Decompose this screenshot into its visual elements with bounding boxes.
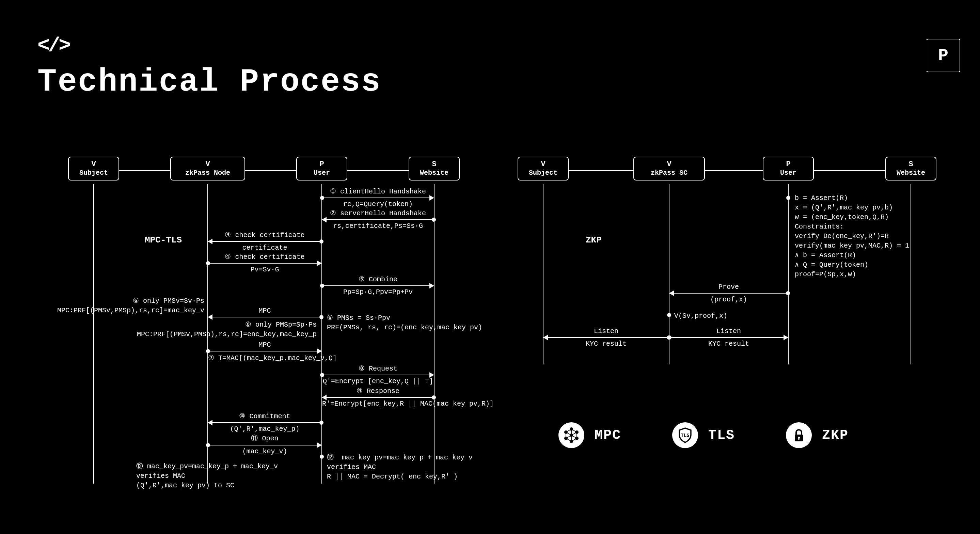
brand-logo: P <box>927 39 959 72</box>
pill-zkp: ZKP <box>786 422 849 448</box>
mpc-icon <box>558 422 584 448</box>
note-verify-user: ⑫ mac_key_pv=mac_key_p + mac_key_v verif… <box>327 453 473 481</box>
msg-label: ④ check certificate <box>208 252 321 261</box>
actor-zkpass-sc: V zkPass SC <box>633 157 705 180</box>
msg-sub: KYC result <box>670 340 788 348</box>
msg-mpc-2: MPC ⑦ T=MAC[(mac_key_p,mac_key_v,Q] <box>208 351 321 351</box>
msg-sub: KYC result <box>544 340 669 348</box>
actor-user: P User <box>296 157 347 180</box>
svg-line-14 <box>571 432 577 435</box>
msg-label: ⑩ Commitment <box>208 412 321 420</box>
note-verify-node: ⑫ mac_key_pv=mac_key_p + mac_key_v verif… <box>136 462 278 490</box>
msg-sub: R'=Encrypt[enc_key,R || MAC(mac_key_pv,R… <box>322 400 434 408</box>
svg-line-15 <box>571 435 577 438</box>
actor-role: V <box>541 160 545 169</box>
code-icon: </> <box>37 34 381 57</box>
svg-text:TLS: TLS <box>681 432 689 438</box>
brand-logo-letter: P <box>938 46 948 65</box>
svg-line-17 <box>566 435 571 438</box>
msg-server-hello: ② serverHello Handshake rs,certificate,P… <box>322 219 434 220</box>
actor-name: User <box>297 169 347 177</box>
actor-subject: V Subject <box>68 157 119 180</box>
section-label-zkp: ZKP <box>586 235 602 245</box>
msg-commitment: ⑩ Commitment (Q',R',mac_key_p) <box>208 422 321 423</box>
actor-website: S Website <box>885 157 936 180</box>
msg-sub: certificate <box>208 244 321 252</box>
msg-label: ⑨ Response <box>322 387 434 395</box>
actor-name: Website <box>409 169 459 177</box>
lifeline-website <box>434 184 434 484</box>
actor-zkpass-node: V zkPass Node <box>170 157 245 180</box>
actor-role: S <box>432 160 436 169</box>
actor-name: Website <box>886 169 936 177</box>
actor-name: Subject <box>518 169 568 177</box>
msg-mpc-1: MPC <box>208 317 321 317</box>
note-pmsp: ⑥ only PMSp=Sp·Ps MPC:PRF[(PMSv,PMSp),rs… <box>137 320 317 339</box>
msg-label: MPC <box>208 307 321 315</box>
actor-role: V <box>205 160 210 169</box>
msg-sub: Q'=Encrypt [enc_key,Q || T] <box>322 377 434 385</box>
actor-subject: V Subject <box>518 157 569 180</box>
lifeline-subject <box>93 184 94 484</box>
actor-user: P User <box>763 157 814 180</box>
msg-listen-subject: Listen KYC result <box>544 337 669 338</box>
actor-website: S Website <box>409 157 460 180</box>
msg-label: Listen <box>544 327 669 335</box>
actor-name: User <box>764 169 813 177</box>
msg-prove: Prove (proof,x) <box>670 293 788 293</box>
sequence-diagram-mpc-tls: V Subject V zkPass Node P User S Website… <box>68 157 460 484</box>
actor-role: V <box>91 160 96 169</box>
svg-line-18 <box>566 432 571 435</box>
pill-mpc: MPC <box>558 422 621 448</box>
msg-label: ⑪ Open <box>208 434 321 443</box>
actor-role: S <box>908 160 913 169</box>
lifeline-website <box>910 184 911 364</box>
msg-sub: (mac_key_v) <box>208 448 321 455</box>
msg-label: ③ check certificate <box>208 231 321 239</box>
pill-label: ZKP <box>822 428 849 443</box>
tls-shield-icon: TLS <box>672 422 698 448</box>
msg-sub: ⑦ T=MAC[(mac_key_p,mac_key_v,Q] <box>208 354 321 362</box>
msg-sub: Pv=Sv·G <box>208 266 321 274</box>
page-title: Technical Process <box>37 64 381 100</box>
msg-label: ⑤ Combine <box>322 275 434 283</box>
msg-open: ⑪ Open (mac_key_v) <box>208 445 321 445</box>
msg-sub: (Q',R',mac_key_p) <box>208 425 321 433</box>
msg-request: ⑧ Request Q'=Encrypt [enc_key,Q || T] <box>322 375 434 375</box>
msg-label: ⑧ Request <box>322 364 434 373</box>
actor-role: P <box>320 160 324 169</box>
note-pmsv: ⑥ only PMSv=Sv·Ps MPC:PRF[(PMSv,PMSp),rs… <box>57 296 204 316</box>
note-pmss: ⑥ PMSs = Ss·Ppv PRF(PMSs, rs, rc)=(enc_k… <box>327 313 482 332</box>
section-label-mpc-tls: MPC-TLS <box>145 235 182 245</box>
actor-name: Subject <box>69 169 118 177</box>
svg-line-10 <box>566 438 571 442</box>
actor-role: P <box>786 160 790 169</box>
msg-combine: ⑤ Combine Pp=Sp·G,Ppv=Pp+Pv <box>322 285 434 286</box>
lock-icon <box>786 422 812 448</box>
actor-role: V <box>667 160 671 169</box>
msg-sub: rs,certificate,Ps=Ss·G <box>322 222 434 230</box>
svg-line-12 <box>566 429 571 432</box>
msg-label: Prove <box>670 283 788 291</box>
technology-pills: MPC TLS TLS ZKP <box>558 422 849 448</box>
note-proof-construction: b = Assert(R) x = (Q',R',mac_key_pv,b) w… <box>795 193 909 279</box>
pill-tls: TLS TLS <box>672 422 735 448</box>
msg-label: ① clientHello Handshake <box>322 187 434 196</box>
msg-response: ⑨ Response R'=Encrypt[enc_key,R || MAC(m… <box>322 397 434 398</box>
sequence-diagram-zkp: V Subject V zkPass SC P User S Website Z… <box>518 157 943 364</box>
msg-sub: Pp=Sp·G,Ppv=Pp+Pv <box>322 288 434 296</box>
svg-line-9 <box>571 438 577 442</box>
pill-label: MPC <box>595 428 621 443</box>
actor-name: zkPass SC <box>634 169 704 177</box>
actor-name: zkPass Node <box>171 169 245 177</box>
msg-label: Listen <box>670 327 788 335</box>
pill-label: TLS <box>708 428 735 443</box>
msg-sub: (proof,x) <box>670 296 788 303</box>
svg-rect-22 <box>799 438 800 440</box>
svg-line-7 <box>571 429 577 432</box>
msg-check-cert-2: ④ check certificate Pv=Sv·G <box>208 263 321 264</box>
msg-client-hello: ① clientHello Handshake rc,Q=Query(token… <box>322 198 434 198</box>
msg-sub: rc,Q=Query(token) <box>322 200 434 208</box>
msg-label: ② serverHello Handshake <box>322 209 434 217</box>
msg-label: MPC <box>208 341 321 349</box>
